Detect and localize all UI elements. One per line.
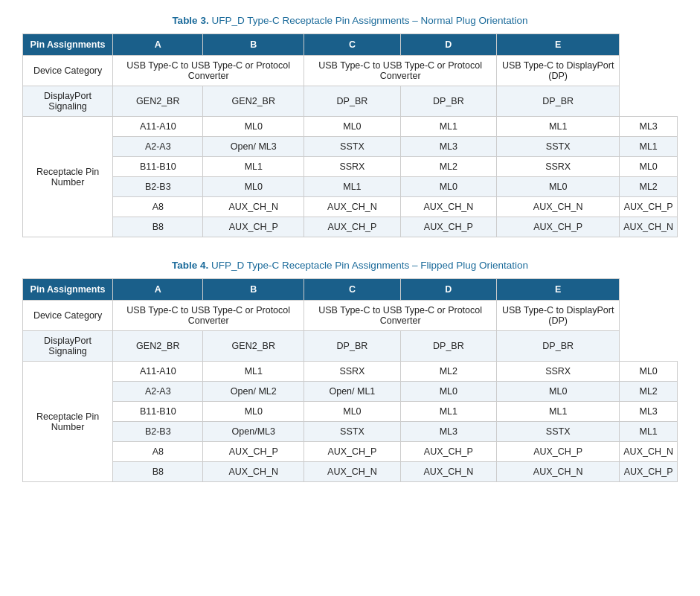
t2-pin-a8-b: AUX_CH_P: [304, 442, 400, 462]
table1-header-2: B: [203, 34, 304, 56]
pin-b8-a: AUX_CH_P: [203, 217, 304, 237]
t2-pin-b8-e: AUX_CH_P: [620, 462, 678, 482]
pin-a8: A8: [113, 197, 203, 217]
t2-dp-sig-c: DP_BR: [304, 331, 400, 362]
table-row: A2-A3 Open/ ML2 Open/ ML1 ML0 ML0 ML2: [23, 382, 678, 402]
table2: Pin Assignments A B C D E Device Categor…: [22, 278, 678, 482]
table2-header-5: E: [497, 279, 620, 301]
t2-pin-b8-c: AUX_CH_N: [400, 462, 496, 482]
t2-pin-b11b10-e: ML3: [620, 402, 678, 422]
dp-sig-c: DP_BR: [304, 86, 400, 117]
table-row: B11-B10 ML0 ML0 ML1 ML1 ML3: [23, 402, 678, 422]
table1-header-3: C: [304, 34, 400, 56]
receptacle-pin-number-label: Receptacle PinNumber: [23, 117, 113, 237]
t2-pin-b8-a: AUX_CH_N: [203, 462, 304, 482]
table1-header-5: E: [497, 34, 620, 56]
pin-b11b10-a: ML1: [203, 157, 304, 177]
pin-a11a10-c: ML1: [400, 117, 496, 137]
device-category-cd: USB Type-C to USB Type-C or Protocol Con…: [304, 56, 497, 86]
table2-header-1: A: [113, 279, 203, 301]
t2-pin-a11a10-d: SSRX: [497, 362, 620, 382]
t2-pin-a11a10: A11-A10: [113, 362, 203, 382]
table1-title: Table 3. UFP_D Type-C Receptacle Pin Ass…: [22, 15, 678, 26]
t2-pin-b11b10-a: ML0: [203, 402, 304, 422]
pin-b11b10-e: ML0: [620, 157, 678, 177]
pin-a2a3-a: Open/ ML3: [203, 137, 304, 157]
pin-b8: B8: [113, 217, 203, 237]
pin-b2b3-e: ML2: [620, 177, 678, 197]
t2-pin-b11b10-c: ML1: [400, 402, 496, 422]
t2-pin-a2a3-c: ML0: [400, 382, 496, 402]
table1: Pin Assignments A B C D E Device Categor…: [22, 33, 678, 237]
dp-sig-b: GEN2_BR: [203, 86, 304, 117]
t2-dp-sig-d: DP_BR: [400, 331, 496, 362]
t2-pin-b2b3-c: ML3: [400, 422, 496, 442]
pin-a8-b: AUX_CH_N: [304, 197, 400, 217]
pin-b11b10-d: SSRX: [497, 157, 620, 177]
dp-signaling-label: DisplayPort Signaling: [23, 86, 113, 117]
pin-a8-e: AUX_CH_P: [620, 197, 678, 217]
pin-a11a10-d: ML1: [497, 117, 620, 137]
table-row: A8 AUX_CH_P AUX_CH_P AUX_CH_P AUX_CH_P A…: [23, 442, 678, 462]
table2-header-0: Pin Assignments: [23, 279, 113, 301]
t2-pin-a11a10-a: ML1: [203, 362, 304, 382]
t2-pin-b2b3: B2-B3: [113, 422, 203, 442]
pin-b2b3-b: ML1: [304, 177, 400, 197]
device-category-e: USB Type-C to DisplayPort (DP): [497, 56, 620, 86]
t2-pin-a8-d: AUX_CH_P: [497, 442, 620, 462]
table-row: B2-B3 ML0 ML1 ML0 ML0 ML2: [23, 177, 678, 197]
pin-b2b3-c: ML0: [400, 177, 496, 197]
t2-dp-sig-e: DP_BR: [497, 331, 620, 362]
t2-dp-sig-b: GEN2_BR: [203, 331, 304, 362]
t2-pin-a11a10-e: ML0: [620, 362, 678, 382]
table2-title: Table 4. UFP_D Type-C Receptacle Pin Ass…: [22, 260, 678, 271]
t2-pin-b2b3-b: SSTX: [304, 422, 400, 442]
pin-a11a10: A11-A10: [113, 117, 203, 137]
t2-device-category-ab: USB Type-C to USB Type-C or Protocol Con…: [113, 301, 304, 331]
pin-a2a3-c: ML3: [400, 137, 496, 157]
t2-pin-a2a3: A2-A3: [113, 382, 203, 402]
table2-header-2: B: [203, 279, 304, 301]
t2-pin-a8-c: AUX_CH_P: [400, 442, 496, 462]
pin-a8-c: AUX_CH_N: [400, 197, 496, 217]
table-row: A2-A3 Open/ ML3 SSTX ML3 SSTX ML1: [23, 137, 678, 157]
table1-header-0: Pin Assignments: [23, 34, 113, 56]
table-row: B8 AUX_CH_P AUX_CH_P AUX_CH_P AUX_CH_P A…: [23, 217, 678, 237]
pin-a8-d: AUX_CH_N: [497, 197, 620, 217]
dp-sig-d: DP_BR: [400, 86, 496, 117]
table-row: Device Category USB Type-C to USB Type-C…: [23, 301, 678, 331]
table-row: Receptacle PinNumber A11-A10 ML0 ML0 ML1…: [23, 117, 678, 137]
pin-a2a3: A2-A3: [113, 137, 203, 157]
t2-pin-b8: B8: [113, 462, 203, 482]
pin-b8-c: AUX_CH_P: [400, 217, 496, 237]
device-category-ab: USB Type-C to USB Type-C or Protocol Con…: [113, 56, 304, 86]
t2-pin-b2b3-a: Open/ML3: [203, 422, 304, 442]
pin-a2a3-e: ML1: [620, 137, 678, 157]
pin-a11a10-a: ML0: [203, 117, 304, 137]
pin-a2a3-d: SSTX: [497, 137, 620, 157]
pin-a11a10-b: ML0: [304, 117, 400, 137]
table-row: A8 AUX_CH_N AUX_CH_N AUX_CH_N AUX_CH_N A…: [23, 197, 678, 217]
table-row: B8 AUX_CH_N AUX_CH_N AUX_CH_N AUX_CH_N A…: [23, 462, 678, 482]
t2-pin-a8-e: AUX_CH_N: [620, 442, 678, 462]
t2-pin-a2a3-d: ML0: [497, 382, 620, 402]
t2-device-category-label: Device Category: [23, 301, 113, 331]
pin-a8-a: AUX_CH_N: [203, 197, 304, 217]
t2-pin-a8-a: AUX_CH_P: [203, 442, 304, 462]
pin-b11b10-c: ML2: [400, 157, 496, 177]
pin-b8-d: AUX_CH_P: [497, 217, 620, 237]
t2-pin-b11b10: B11-B10: [113, 402, 203, 422]
t2-pin-b2b3-d: SSTX: [497, 422, 620, 442]
table1-header-4: D: [400, 34, 496, 56]
table-row: Receptacle PinNumber A11-A10 ML1 SSRX ML…: [23, 362, 678, 382]
t2-pin-b11b10-d: ML1: [497, 402, 620, 422]
t2-pin-a2a3-b: Open/ ML1: [304, 382, 400, 402]
t2-pin-a8: A8: [113, 442, 203, 462]
table-row: DisplayPort Signaling GEN2_BR GEN2_BR DP…: [23, 86, 678, 117]
t2-receptacle-pin-number-label: Receptacle PinNumber: [23, 362, 113, 482]
table-row: B11-B10 ML1 SSRX ML2 SSRX ML0: [23, 157, 678, 177]
pin-b2b3-d: ML0: [497, 177, 620, 197]
pin-b2b3-a: ML0: [203, 177, 304, 197]
table-row: B2-B3 Open/ML3 SSTX ML3 SSTX ML1: [23, 422, 678, 442]
pin-b8-b: AUX_CH_P: [304, 217, 400, 237]
